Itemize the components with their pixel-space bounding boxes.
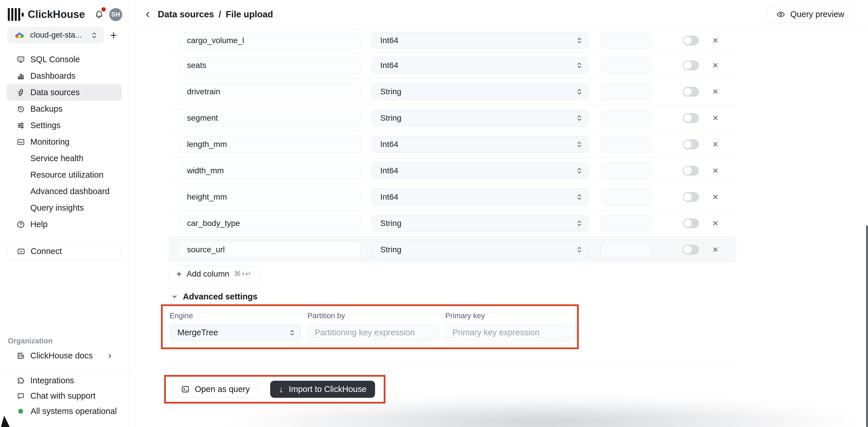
nullable-toggle[interactable]	[683, 113, 699, 123]
query-preview-button[interactable]: Query preview	[767, 6, 853, 23]
default-value-input[interactable]	[601, 136, 651, 153]
breadcrumb-parent[interactable]: Data sources	[158, 9, 214, 20]
column-type-value: String	[380, 245, 577, 254]
nullable-toggle[interactable]	[683, 36, 699, 46]
default-value-input[interactable]	[601, 83, 651, 100]
column-name-input[interactable]	[179, 162, 361, 179]
sidebar-item-data-sources[interactable]: Data sources	[7, 84, 122, 101]
column-name-input[interactable]	[179, 83, 361, 100]
partition-by-input[interactable]	[307, 324, 439, 341]
nullable-toggle[interactable]	[683, 192, 699, 202]
remove-column-button[interactable]: ✕	[711, 219, 720, 228]
clickhouse-logo-icon[interactable]	[8, 8, 24, 21]
sidebar-item-settings[interactable]: Settings	[7, 117, 122, 134]
table-row: Int64 ✕	[168, 158, 737, 184]
system-status[interactable]: All systems operational	[0, 404, 129, 419]
sidebar-nav: SQL Console Dashboards	[0, 51, 129, 233]
column-type-value: Int64	[380, 140, 577, 149]
sidebar-item-resource-utilization[interactable]: Resource utilization	[7, 167, 122, 183]
sidebar-item-integrations[interactable]: Integrations	[0, 373, 129, 388]
sidebar-item-monitoring[interactable]: Monitoring	[7, 134, 122, 150]
sidebar-item-sql-console[interactable]: SQL Console	[7, 51, 122, 68]
sidebar-item-label: Settings	[30, 121, 61, 130]
sidebar-item-backups[interactable]: Backups	[7, 101, 122, 117]
nullable-toggle[interactable]	[683, 219, 699, 228]
nullable-toggle[interactable]	[683, 139, 699, 149]
default-value-input[interactable]	[601, 57, 651, 74]
column-name-input[interactable]	[179, 241, 361, 258]
column-name-input[interactable]	[179, 57, 361, 74]
service-selector[interactable]: cloud-get-sta...	[7, 27, 104, 44]
sidebar-item-dashboards[interactable]: Dashboards	[7, 68, 122, 84]
nullable-toggle[interactable]	[683, 87, 699, 96]
remove-column-button[interactable]: ✕	[711, 245, 720, 255]
avatar[interactable]: SH	[109, 8, 122, 21]
column-type-select[interactable]: Int64	[372, 162, 588, 179]
sidebar-item-service-health[interactable]: Service health	[7, 150, 122, 167]
advanced-settings-toggle[interactable]: Advanced settings	[171, 292, 868, 301]
add-column-button[interactable]: + Add column ⌘+↵	[168, 265, 259, 282]
column-type-select[interactable]: Int64	[372, 32, 588, 49]
column-type-select[interactable]: String	[372, 215, 588, 232]
remove-column-button[interactable]: ✕	[711, 166, 720, 176]
column-name-input[interactable]	[179, 110, 361, 126]
nullable-toggle[interactable]	[683, 166, 699, 176]
toggle-knob	[684, 246, 692, 254]
column-type-select[interactable]: Int64	[372, 136, 588, 153]
column-name-input[interactable]	[179, 215, 361, 232]
arrow-down-icon: ↓	[279, 385, 283, 394]
column-name-input[interactable]	[179, 32, 361, 49]
remove-column-button[interactable]: ✕	[711, 192, 720, 202]
back-button[interactable]	[142, 9, 154, 20]
column-type-select[interactable]: Int64	[372, 189, 588, 205]
open-as-query-button[interactable]: Open as query	[173, 381, 257, 398]
monitoring-chart-icon	[17, 138, 25, 146]
table-row: String ✕	[168, 210, 737, 236]
sidebar-item-advanced-dashboard[interactable]: Advanced dashboard	[7, 183, 122, 200]
primary-key-input[interactable]	[445, 324, 577, 341]
remove-column-button[interactable]: ✕	[711, 36, 720, 46]
add-service-button[interactable]: +	[104, 29, 123, 41]
primary-key-label: Primary key	[445, 311, 577, 320]
remove-column-button[interactable]: ✕	[711, 87, 720, 96]
default-value-input[interactable]	[601, 32, 651, 49]
puzzle-icon	[17, 376, 25, 385]
remove-column-button[interactable]: ✕	[711, 60, 720, 70]
toggle-knob	[684, 88, 692, 96]
sliders-icon	[17, 121, 25, 130]
default-value-input[interactable]	[601, 189, 651, 205]
nullable-toggle[interactable]	[683, 245, 699, 255]
column-type-select[interactable]: String	[372, 83, 588, 100]
sidebar-item-help[interactable]: Help	[7, 216, 122, 233]
app-root: ClickHouse SH cloud-get-s	[0, 0, 868, 427]
engine-select[interactable]: MergeTree	[169, 324, 301, 341]
default-value-input[interactable]	[601, 162, 651, 179]
connect-button[interactable]: Connect	[7, 243, 121, 260]
column-type-select[interactable]: String	[372, 110, 588, 126]
column-name-input[interactable]	[179, 189, 361, 205]
default-value-input[interactable]	[601, 215, 651, 232]
remove-column-button[interactable]: ✕	[711, 113, 720, 123]
service-name: cloud-get-sta...	[30, 31, 91, 40]
chevron-updown-icon	[577, 246, 582, 254]
sidebar-item-label: Dashboards	[30, 71, 75, 81]
breadcrumb-separator: /	[219, 9, 221, 20]
keyboard-shortcut: ⌘+↵	[234, 269, 252, 278]
sidebar-item-query-insights[interactable]: Query insights	[7, 200, 122, 216]
table-row: String ✕	[168, 78, 737, 105]
column-type-select[interactable]: Int64	[372, 57, 588, 74]
import-to-clickhouse-button[interactable]: ↓ Import to ClickHouse	[270, 381, 375, 398]
column-name-input[interactable]	[179, 136, 361, 153]
table-row: Int64 ✕	[168, 184, 737, 210]
column-type-select[interactable]: String	[372, 241, 588, 258]
chevron-updown-icon	[577, 88, 582, 96]
sidebar-item-clickhouse-docs[interactable]: ClickHouse docs	[7, 347, 122, 364]
sidebar-item-chat-support[interactable]: Chat with support	[0, 388, 129, 404]
remove-column-button[interactable]: ✕	[711, 139, 720, 149]
breadcrumb: Data sources / File upload	[158, 9, 273, 20]
default-value-input[interactable]	[601, 110, 651, 126]
notifications-button[interactable]	[93, 8, 105, 21]
nullable-toggle[interactable]	[683, 60, 699, 70]
vertical-scrollbar[interactable]	[866, 225, 868, 427]
default-value-input[interactable]	[601, 241, 651, 258]
